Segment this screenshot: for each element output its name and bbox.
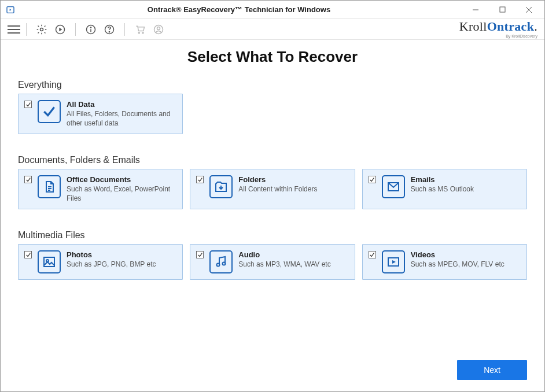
close-button[interactable] bbox=[515, 1, 542, 19]
card-emails[interactable]: Emails Such as MS Outlook bbox=[362, 169, 527, 209]
checkbox-photos[interactable] bbox=[24, 251, 32, 258]
brand-ontrack: Ontrack bbox=[487, 20, 535, 33]
card-desc: Such as MP3, WMA, WAV etc bbox=[238, 260, 330, 269]
checkbox-office-documents[interactable] bbox=[24, 176, 32, 183]
card-title: Photos bbox=[67, 250, 156, 259]
cart-icon[interactable] bbox=[134, 23, 146, 36]
toolbar-divider bbox=[26, 23, 27, 36]
svg-point-5 bbox=[40, 28, 43, 31]
card-desc: Such as MS Outlook bbox=[411, 185, 474, 194]
email-icon bbox=[382, 175, 405, 198]
card-videos[interactable]: Videos Such as MPEG, MOV, FLV etc bbox=[362, 244, 527, 280]
brand-tagline: By KrollDiscovery bbox=[506, 34, 537, 38]
checkbox-emails[interactable] bbox=[369, 176, 376, 183]
info-icon[interactable] bbox=[84, 23, 97, 36]
folder-icon bbox=[209, 175, 233, 198]
card-title: Emails bbox=[411, 175, 474, 184]
card-photos[interactable]: Photos Such as JPG, PNG, BMP etc bbox=[18, 244, 183, 280]
svg-rect-20 bbox=[44, 257, 54, 267]
card-desc: All Content within Folders bbox=[238, 185, 317, 194]
brand-kroll: Kroll bbox=[459, 20, 487, 33]
cards-row-docs: Office Documents Such as Word, Excel, Po… bbox=[18, 169, 527, 209]
toolbar-divider bbox=[124, 23, 125, 36]
card-desc: All Files, Folders, Documents and other … bbox=[67, 110, 176, 128]
card-desc: Such as JPG, PNG, BMP etc bbox=[67, 260, 156, 269]
main-content: Select What To Recover Everything All Da… bbox=[1, 40, 544, 353]
checkbox-videos[interactable] bbox=[369, 251, 376, 258]
svg-point-13 bbox=[142, 32, 143, 33]
app-logo-icon bbox=[5, 5, 16, 15]
svg-rect-2 bbox=[500, 7, 505, 12]
card-all-data[interactable]: All Data All Files, Folders, Documents a… bbox=[18, 94, 183, 134]
photo-icon bbox=[38, 250, 61, 273]
menu-button[interactable] bbox=[8, 23, 20, 36]
toolbar-divider bbox=[75, 23, 76, 36]
maximize-button[interactable] bbox=[489, 1, 515, 19]
resume-recovery-icon[interactable] bbox=[54, 23, 67, 36]
video-icon bbox=[382, 250, 405, 273]
user-icon[interactable] bbox=[152, 23, 165, 36]
document-icon bbox=[38, 175, 61, 198]
card-title: Videos bbox=[411, 250, 505, 259]
app-window: Ontrack® EasyRecovery™ Technician for Wi… bbox=[0, 0, 545, 392]
card-desc: Such as MPEG, MOV, FLV etc bbox=[411, 260, 505, 269]
window-title: Ontrack® EasyRecovery™ Technician for Wi… bbox=[16, 5, 462, 14]
svg-point-15 bbox=[157, 27, 160, 29]
help-icon[interactable] bbox=[103, 23, 116, 36]
svg-point-11 bbox=[109, 31, 109, 32]
svg-point-12 bbox=[138, 32, 139, 33]
window-controls bbox=[462, 1, 542, 19]
checkbox-all-data[interactable] bbox=[24, 101, 32, 108]
checkbox-audio[interactable] bbox=[196, 251, 204, 258]
svg-point-23 bbox=[223, 262, 226, 265]
card-title: Audio bbox=[238, 250, 330, 259]
card-audio[interactable]: Audio Such as MP3, WMA, WAV etc bbox=[190, 244, 355, 280]
settings-icon[interactable] bbox=[35, 23, 48, 36]
svg-point-8 bbox=[90, 27, 91, 28]
all-data-icon bbox=[38, 100, 61, 123]
card-folders[interactable]: Folders All Content within Folders bbox=[190, 169, 355, 209]
brand-logo: KrollOntrack. By KrollDiscovery bbox=[459, 20, 537, 38]
card-office-documents[interactable]: Office Documents Such as Word, Excel, Po… bbox=[18, 169, 183, 209]
checkbox-folders[interactable] bbox=[196, 176, 204, 183]
card-title: Office Documents bbox=[67, 175, 176, 184]
minimize-button[interactable] bbox=[462, 1, 489, 19]
titlebar: Ontrack® EasyRecovery™ Technician for Wi… bbox=[1, 1, 544, 19]
next-button[interactable]: Next bbox=[457, 360, 527, 380]
section-title-docs: Documents, Folders & Emails bbox=[18, 155, 527, 165]
section-title-everything: Everything bbox=[18, 80, 527, 90]
toolbar: KrollOntrack. By KrollDiscovery bbox=[1, 19, 544, 40]
audio-icon bbox=[209, 250, 233, 273]
section-title-media: Multimedia Files bbox=[18, 230, 527, 241]
card-desc: Such as Word, Excel, PowerPoint Files bbox=[67, 185, 176, 203]
svg-point-22 bbox=[217, 264, 220, 267]
card-title: Folders bbox=[238, 175, 317, 184]
cards-row-everything: All Data All Files, Folders, Documents a… bbox=[18, 94, 527, 134]
card-title: All Data bbox=[67, 100, 176, 109]
footer: Next bbox=[1, 353, 544, 391]
cards-row-media: Photos Such as JPG, PNG, BMP etc Audio S… bbox=[18, 244, 527, 280]
page-title: Select What To Recover bbox=[18, 48, 527, 66]
